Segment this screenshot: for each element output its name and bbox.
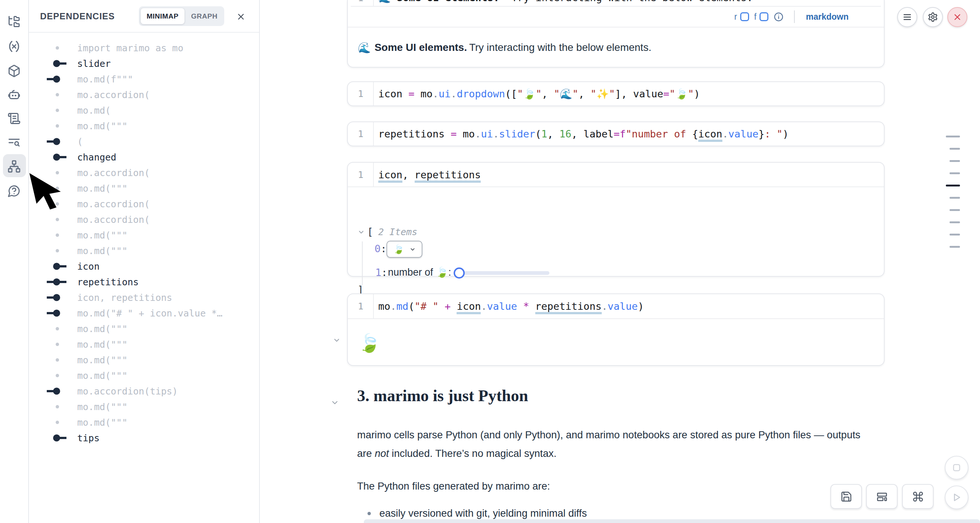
minimap-row[interactable]: mo.accordion(tips) (29, 383, 259, 399)
language-badge[interactable]: markdown (806, 12, 849, 22)
code-cell-md[interactable]: 1 mo.md("# " + icon.value * repetitions.… (347, 293, 885, 366)
code-line[interactable]: mo.md("# " + icon.value * repetitions.va… (374, 300, 644, 312)
minimap-row[interactable]: mo.md(""" (29, 368, 259, 383)
minimap-row[interactable]: mo.md(f""" (29, 71, 259, 87)
scroll-line[interactable] (950, 197, 960, 199)
output-collapse-icon[interactable] (332, 336, 341, 346)
minimap-row[interactable]: import marimo as mo (29, 40, 259, 56)
keyboard-shortcuts-button[interactable] (902, 484, 934, 509)
minimap-row[interactable]: ( (29, 134, 259, 149)
minimap-row[interactable]: tips (29, 430, 259, 446)
minimap-cell-label: changed (77, 152, 116, 163)
format-checkbox[interactable] (759, 12, 768, 21)
minimap-row[interactable]: mo.md(""" (29, 118, 259, 134)
packages-icon[interactable] (7, 64, 22, 78)
play-icon (951, 492, 962, 502)
repetitions-slider-track[interactable] (456, 271, 549, 275)
help-icon[interactable] (7, 183, 22, 198)
icon-dropdown-select[interactable]: 🍃 (387, 241, 422, 258)
notebook-menu-button[interactable] (897, 7, 917, 27)
code-line[interactable]: icon = mo.ui.dropdown(["🍃", "🌊", "✨"], v… (374, 88, 700, 100)
code-line[interactable]: icon, repetitions (374, 169, 481, 180)
minimap-row[interactable]: mo.md(""" (29, 415, 259, 430)
stop-icon (951, 462, 962, 473)
command-icon (912, 491, 924, 502)
run-button[interactable] (945, 485, 969, 509)
ai-assistant-icon[interactable] (7, 87, 22, 102)
stop-button[interactable] (945, 456, 969, 480)
code-cell-slider[interactable]: 1 repetitions = mo.ui.slider(1, 16, labe… (347, 121, 885, 146)
tab-graph[interactable]: GRAPH (185, 8, 223, 24)
panel-title: DEPENDENCIES (40, 11, 115, 22)
minimap-cell-label: ( (77, 136, 83, 147)
minimap-cell-label: mo.md(f""" (77, 74, 133, 85)
close-panel-button[interactable] (235, 11, 247, 22)
minimap-row[interactable]: mo.md( (29, 102, 259, 118)
dependency-marker (29, 149, 77, 165)
minimap-row[interactable]: mo.md(""" (29, 399, 259, 415)
repetitions-slider-thumb[interactable] (453, 268, 465, 279)
minimap-row[interactable]: mo.md(""" (29, 336, 259, 352)
scroll-line-active[interactable] (946, 185, 960, 187)
scroll-line[interactable] (950, 234, 960, 236)
save-button[interactable] (830, 484, 862, 509)
items-count: 2 Items (378, 226, 417, 238)
scroll-line[interactable] (950, 160, 960, 162)
minimap-cell-label: repetitions (77, 277, 139, 287)
dependency-marker (29, 258, 77, 274)
markdown-cell[interactable]: 1 🌊 Some UI elements. Try interacting wi… (347, 0, 885, 68)
info-icon[interactable] (773, 12, 784, 22)
minimap-cell-label: icon, repetitions (77, 292, 172, 303)
scroll-line[interactable] (950, 246, 960, 248)
minimap-row[interactable]: mo.md(""" (29, 352, 259, 368)
minimap-row[interactable]: mo.accordion( (29, 212, 259, 227)
minimap-row[interactable]: mo.md(""" (29, 243, 259, 258)
markdown-editor-cut[interactable]: 1 🌊 Some UI elements. Try interacting wi… (348, 0, 884, 6)
tab-minimap[interactable]: MINIMAP (141, 8, 185, 24)
minimap-row[interactable]: icon, repetitions (29, 290, 259, 305)
scroll-line[interactable] (950, 209, 960, 211)
line-number-gutter: 1 (348, 122, 374, 146)
cell-dot-marker (29, 368, 77, 383)
code-line[interactable]: repetitions = mo.ui.slider(1, 16, label=… (374, 128, 789, 140)
logs-icon[interactable] (7, 111, 22, 126)
scroll-line[interactable] (946, 136, 960, 137)
dependency-marker (29, 305, 77, 321)
view-toggle: MINIMAP GRAPH (139, 6, 224, 26)
layout-icon (876, 491, 888, 502)
minimap-row[interactable]: mo.md(""" (29, 227, 259, 243)
section-heading: 3. marimo is just Python (357, 386, 528, 405)
minimap-cell-label: icon (77, 261, 100, 272)
toolbar-divider (794, 10, 795, 23)
minimap-row[interactable]: repetitions (29, 274, 259, 290)
section-collapse-icon[interactable] (330, 398, 339, 408)
tree-collapse-icon[interactable] (358, 228, 365, 238)
code-cell-tuple[interactable]: 1 icon, repetitions [ 2 Items 0: 🍃 1: nu… (347, 162, 885, 277)
minimap-row[interactable]: changed (29, 149, 259, 165)
output-text: Try interacting with the below elements. (469, 41, 651, 54)
shutdown-button[interactable] (947, 7, 967, 27)
leaf-emoji-large: 🍃 (358, 332, 380, 354)
dependency-marker (29, 383, 77, 399)
minimap-row[interactable]: mo.md(""" (29, 321, 259, 336)
minimap-row[interactable]: slider (29, 56, 259, 71)
section-paragraph-1: marimo cells parse Python (and only Pyth… (357, 426, 877, 463)
snippets-search-icon[interactable] (7, 135, 22, 150)
scroll-line[interactable] (950, 172, 960, 174)
scroll-line[interactable] (950, 222, 960, 223)
reference-checkbox[interactable] (740, 12, 749, 21)
dependency-graph-icon[interactable] (7, 159, 22, 174)
minimap-row[interactable]: icon (29, 258, 259, 274)
minimap-row[interactable]: mo.md("# " + icon.value *… (29, 305, 259, 321)
slider-label: number of 🍃: (388, 266, 451, 278)
file-tree-icon[interactable] (7, 14, 22, 29)
code-cell-dropdown[interactable]: 1 icon = mo.ui.dropdown(["🍃", "🌊", "✨"],… (347, 81, 885, 106)
layout-button[interactable] (866, 484, 897, 509)
mouse-cursor (28, 172, 69, 209)
variables-icon[interactable] (7, 39, 22, 54)
scroll-line[interactable] (950, 148, 960, 150)
minimap-row[interactable]: mo.accordion( (29, 87, 259, 102)
settings-button[interactable] (923, 7, 943, 27)
cell-dot-marker (29, 87, 77, 102)
cell-dot-marker (29, 336, 77, 352)
